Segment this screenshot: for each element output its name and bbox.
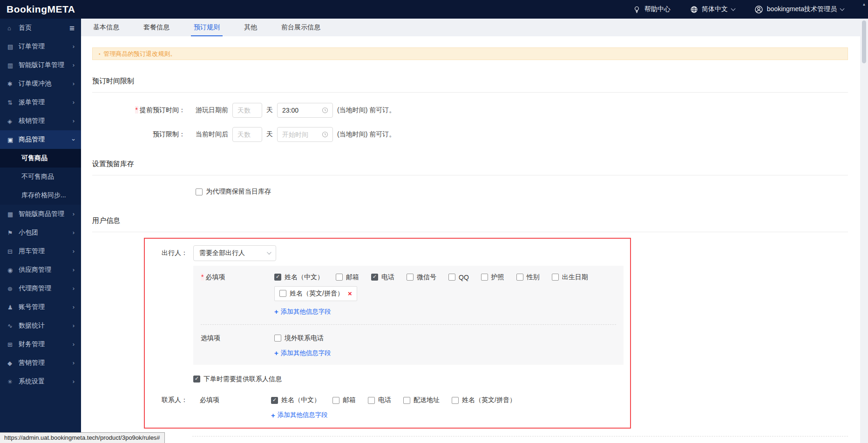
tab-frontend-display[interactable]: 前台展示信息 xyxy=(281,19,320,36)
sidebar-item-dispatch-management[interactable]: ⇅ 派单管理 › xyxy=(0,93,81,112)
notice-banner: ▪ 管理商品的预订退改规则。 xyxy=(92,47,848,60)
language-switcher[interactable]: 简体中文 xyxy=(690,5,735,13)
traveler-label: 出行人： xyxy=(162,249,193,257)
checkbox-contact-info-required[interactable]: 下单时需要提供联系人信息 xyxy=(193,375,282,383)
tab-other[interactable]: 其他 xyxy=(244,19,257,36)
user-avatar-icon xyxy=(754,5,763,14)
briefcase-icon: ▦ xyxy=(7,211,19,218)
user-icon: ♟ xyxy=(7,304,19,311)
chevron-right-icon: › xyxy=(73,248,75,255)
optional-fields-group: 境外联系电话 xyxy=(274,334,624,342)
plus-icon: + xyxy=(274,308,278,315)
traveler-fields-panel: *必填项 姓名（中文） 邮箱 电话 xyxy=(193,266,624,365)
scrollbar-up-arrow[interactable]: ▲ xyxy=(860,0,868,19)
chevron-right-icon: › xyxy=(73,210,75,217)
checkbox-qq[interactable]: QQ xyxy=(448,273,469,282)
sidebar-item-smart-product-management[interactable]: ▦ 智能版商品管理 › xyxy=(0,205,81,223)
help-center-button[interactable]: 帮助中心 xyxy=(633,5,671,13)
chevron-right-icon: › xyxy=(73,80,75,87)
sidebar-item-data-statistics[interactable]: ∿ 数据统计 › xyxy=(0,316,81,335)
chevron-right-icon: › xyxy=(73,99,75,106)
network-icon: ⊛ xyxy=(7,285,19,292)
sidebar-item-vehicle-management[interactable]: ⊟ 用车管理 › xyxy=(0,242,81,261)
checkbox-box xyxy=(407,274,414,281)
sidebar-item-home[interactable]: ⌂ 首页 ≡ xyxy=(0,19,81,37)
tab-basic-info[interactable]: 基本信息 xyxy=(93,19,119,36)
plus-icon: + xyxy=(274,349,278,357)
chevron-down-icon xyxy=(731,7,735,11)
tab-package-info[interactable]: 套餐信息 xyxy=(143,19,170,36)
checkbox-reserve-stock-for-agents[interactable]: 为代理商保留当日库存 xyxy=(196,188,271,196)
add-contact-field-link[interactable]: + 添加其他信息字段 xyxy=(271,411,328,419)
sidebar-item-order-management[interactable]: ▤ 订单管理 › xyxy=(0,37,81,56)
checkbox-box xyxy=(371,274,378,281)
scrollbar-thumb[interactable] xyxy=(862,20,866,63)
checkbox-contact-email[interactable]: 邮箱 xyxy=(332,396,356,404)
remove-field-icon[interactable]: × xyxy=(348,290,352,297)
chevron-down-icon xyxy=(840,7,845,11)
vertical-scrollbar[interactable]: ▲ xyxy=(860,0,868,443)
field-label: 预订限制： xyxy=(92,130,185,139)
checkbox-gender[interactable]: 性别 xyxy=(516,273,540,282)
advance-booking-time-row: *提前预订时间： 游玩日期前 天 (当地时间) 前可订。 xyxy=(92,103,848,118)
sidebar-item-system-settings[interactable]: ✳ 系统设置 › xyxy=(0,372,81,391)
sidebar-subitem-unsellable-products[interactable]: 不可售商品 xyxy=(0,168,81,186)
sidebar-subitem-stock-price-sync[interactable]: 库存价格同步... xyxy=(0,186,81,205)
checkbox-name-english[interactable]: 姓名（英文/拼音） xyxy=(279,289,344,298)
checkbox-box xyxy=(196,188,203,195)
sidebar-item-order-buffer-pool[interactable]: ✱ 订单缓冲池 › xyxy=(0,74,81,93)
checkbox-name-chinese[interactable]: 姓名（中文） xyxy=(274,273,324,282)
checkbox-overseas-phone[interactable]: 境外联系电话 xyxy=(274,334,324,342)
add-optional-field-link[interactable]: + 添加其他信息字段 xyxy=(274,349,331,357)
app-logo: BookingMETA xyxy=(0,4,81,15)
sidebar-subitem-sellable-products[interactable]: 可售商品 xyxy=(0,149,81,168)
sidebar-item-supplier-management[interactable]: ◉ 供应商管理 › xyxy=(0,261,81,279)
advance-days-input[interactable] xyxy=(232,103,262,118)
checkbox-box xyxy=(368,397,375,404)
medal-icon: ◉ xyxy=(7,267,19,274)
clock-icon xyxy=(322,107,328,114)
checkbox-contact-name-english[interactable]: 姓名（英文/拼音） xyxy=(452,396,516,404)
contact-required-label: 必填项 xyxy=(200,396,271,404)
checkbox-box xyxy=(552,274,559,281)
sidebar-item-finance-management[interactable]: ⊞ 财务管理 › xyxy=(0,335,81,354)
chevron-right-icon: › xyxy=(73,303,75,310)
limit-time-input[interactable] xyxy=(282,131,322,138)
chevron-right-icon: › xyxy=(73,117,75,124)
clipboard-icon: ▥ xyxy=(7,62,19,69)
chevron-right-icon: › xyxy=(73,285,75,292)
checkbox-birthdate[interactable]: 出生日期 xyxy=(552,273,588,282)
checkbox-wechat[interactable]: 微信号 xyxy=(407,273,436,282)
user-info-highlight-box: 出行人： 需要全部出行人 *必填项 姓名（中文） xyxy=(144,238,631,429)
divider xyxy=(92,232,848,232)
sidebar-item-verification-management[interactable]: ◈ 核销管理 › xyxy=(0,112,81,130)
contact-label: 联系人： xyxy=(162,396,200,404)
collapse-menu-icon[interactable]: ≡ xyxy=(69,24,75,33)
required-mark: * xyxy=(201,273,204,281)
limit-days-input[interactable] xyxy=(232,127,262,142)
sidebar-item-smart-order-management[interactable]: ▥ 智能版订单管理 › xyxy=(0,56,81,74)
sidebar-item-account-management[interactable]: ♟ 账号管理 › xyxy=(0,298,81,316)
required-fields-group: 姓名（中文） 邮箱 电话 微信号 xyxy=(274,273,624,282)
sidebar-item-agent-management[interactable]: ⊛ 代理商管理 › xyxy=(0,279,81,298)
checkbox-delivery-address[interactable]: 配送地址 xyxy=(403,396,440,404)
checkbox-passport[interactable]: 护照 xyxy=(481,273,504,282)
advance-time-input[interactable] xyxy=(282,107,322,114)
line-chart-icon: ∿ xyxy=(7,322,19,329)
sidebar-item-mini-group[interactable]: ⚑ 小包团 › xyxy=(0,223,81,242)
sidebar-item-product-management[interactable]: ▣ 商品管理 › xyxy=(0,130,81,149)
checkbox-phone[interactable]: 电话 xyxy=(371,273,394,282)
user-menu[interactable]: bookingmeta技术管理员 xyxy=(754,5,844,14)
topbar: BookingMETA 帮助中心 简体中文 xyxy=(0,0,868,19)
sidebar-item-marketing-management[interactable]: ◆ 营销管理 › xyxy=(0,354,81,372)
add-required-field-link[interactable]: + 添加其他信息字段 xyxy=(274,308,331,316)
tab-booking-rules[interactable]: 预订规则 xyxy=(194,19,220,36)
checkbox-contact-name-chinese[interactable]: 姓名（中文） xyxy=(271,396,320,404)
traveler-select[interactable]: 需要全部出行人 xyxy=(193,245,276,261)
chevron-down-icon: › xyxy=(70,139,77,141)
checkbox-contact-phone[interactable]: 电话 xyxy=(368,396,391,404)
removable-field-chip: 姓名（英文/拼音） × xyxy=(274,286,357,301)
checkbox-email[interactable]: 邮箱 xyxy=(336,273,359,282)
gear-icon: ✱ xyxy=(7,81,19,87)
required-fields-label: *必填项 xyxy=(193,273,274,282)
